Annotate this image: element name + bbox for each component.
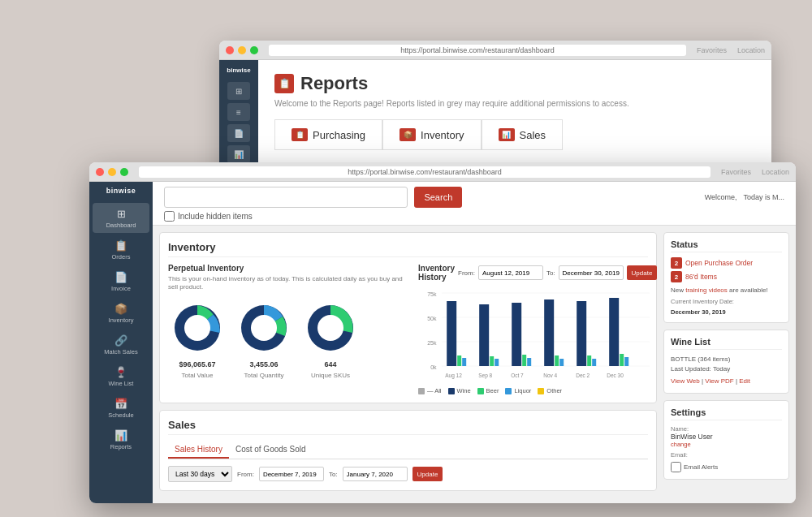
main-left: Inventory Perpetual Inventory This is yo… — [159, 232, 657, 497]
tab-sales-history[interactable]: Sales History — [168, 442, 229, 459]
legend-liquor-dot — [505, 388, 512, 394]
back-sidebar-logo: binwise — [227, 67, 250, 74]
view-web-link[interactable]: View Web — [671, 377, 700, 385]
sidebar-icon-4[interactable]: 📊 — [227, 145, 250, 163]
dashboard-icon: ⊞ — [113, 207, 129, 220]
status-item-86d: 2 86'd Items — [671, 271, 782, 282]
reports-icon: 📊 — [234, 150, 244, 159]
front-favorites-label: Favorites — [721, 168, 751, 176]
close-icon[interactable] — [226, 46, 234, 54]
search-button[interactable]: Search — [414, 187, 462, 208]
tab-sales-label: Sales — [520, 129, 546, 141]
settings-name-label: Name: — [671, 425, 782, 433]
bar-chart-area: 75k 50k 25k 0k — [418, 287, 657, 384]
svg-rect-14 — [447, 301, 456, 366]
svg-rect-23 — [544, 299, 554, 366]
sidebar-icon-1[interactable]: ⊞ — [227, 82, 250, 100]
sales-icon: 📊 — [499, 128, 515, 141]
url-bar[interactable]: https://portal.binwise.com/restaurant/da… — [269, 45, 686, 56]
sidebar-item-dashboard[interactable]: ⊞ Dashboard — [93, 203, 149, 233]
status-badge-po: 2 — [671, 257, 682, 269]
pie-label-2: Total Quantity — [244, 372, 284, 379]
pie-unique-skus: 644 Unique SKUs — [301, 299, 360, 379]
status-text-86d: 86'd Items — [685, 273, 717, 281]
include-hidden-checkbox[interactable] — [164, 211, 175, 222]
sales-from-input[interactable] — [259, 467, 324, 481]
sidebar-item-orders[interactable]: 📋 Orders — [93, 235, 149, 265]
svg-rect-28 — [592, 359, 596, 366]
sidebar-icon-2[interactable]: ≡ — [227, 103, 250, 121]
svg-rect-21 — [522, 355, 526, 366]
svg-text:Aug 12: Aug 12 — [445, 373, 462, 379]
sidebar-item-invoice[interactable]: 📄 Invoice — [93, 266, 149, 296]
maximize-icon[interactable] — [250, 46, 258, 54]
pie-charts: $96,065.67 Total Value — [168, 299, 412, 379]
main-right: Status 2 Open Purchase Order 2 86'd Item… — [663, 232, 789, 497]
sales-to-input[interactable] — [343, 467, 408, 481]
reports-nav-icon: 📊 — [113, 429, 129, 442]
sidebar-label-wine-list: Wine List — [109, 380, 134, 387]
sidebar-icon-3[interactable]: 📄 — [227, 124, 250, 142]
page-title: Reports — [300, 73, 368, 94]
wine-list-info: BOTTLE (364 items) Last Updated: Today V… — [671, 355, 782, 386]
schedule-icon: 📅 — [113, 397, 129, 410]
edit-link[interactable]: Edit — [739, 377, 750, 385]
training-link[interactable]: training videos — [685, 287, 728, 294]
svg-rect-26 — [577, 301, 586, 366]
legend-all-dot — [418, 388, 425, 394]
legend-wine: Wine — [448, 387, 471, 394]
email-alerts-label[interactable]: Email Alerts — [671, 462, 782, 472]
list-icon: ≡ — [236, 108, 241, 117]
svg-point-1 — [184, 315, 210, 341]
svg-rect-22 — [527, 358, 531, 366]
period-select[interactable]: Last 30 days — [168, 466, 232, 482]
front-url-bar[interactable]: https://portal.binwise.com/restaurant/da… — [139, 166, 710, 178]
svg-text:Oct 7: Oct 7 — [511, 373, 524, 378]
sidebar-item-reports[interactable]: 📊 Reports — [93, 424, 149, 455]
tab-inventory[interactable]: 📦 Inventory — [382, 119, 481, 150]
history-update-button[interactable]: Update — [627, 265, 658, 280]
sales-filters: Last 30 days From: To: Update — [168, 466, 648, 482]
email-alerts-text: Email Alerts — [684, 463, 718, 471]
email-alerts-checkbox[interactable] — [671, 462, 681, 472]
sidebar-label-match-sales: Match Sales — [104, 348, 137, 355]
sales-update-button[interactable]: Update — [412, 467, 443, 481]
svg-text:Nov 4: Nov 4 — [543, 373, 557, 378]
status-text-po: Open Purchase Order — [685, 259, 753, 267]
sidebar-label-dashboard: Dashboard — [106, 222, 136, 229]
svg-text:25k: 25k — [427, 340, 437, 346]
perpetual-inventory: Perpetual Inventory This is your on-hand… — [168, 264, 412, 394]
legend-wine-label: Wine — [457, 387, 471, 394]
legend-liquor: Liquor — [505, 387, 531, 394]
settings-panel: Settings Name: BinWise User change Email… — [663, 400, 789, 480]
pie-label-3: Unique SKUs — [311, 372, 350, 379]
view-pdf-link[interactable]: View PDF — [705, 377, 733, 385]
tab-purchasing[interactable]: 📋 Purchasing — [274, 119, 382, 150]
sidebar-item-schedule[interactable]: 📅 Schedule — [93, 393, 149, 423]
front-maximize-icon[interactable] — [120, 168, 128, 176]
tab-sales[interactable]: 📊 Sales — [482, 119, 564, 150]
sidebar-item-match-sales[interactable]: 🔗 Match Sales — [93, 330, 149, 360]
svg-rect-17 — [479, 304, 489, 366]
tab-cogs[interactable]: Cost of Goods Sold — [229, 442, 313, 459]
sales-section: Sales Sales History Cost of Goods Sold L… — [159, 410, 657, 491]
front-url-text: https://portal.binwise.com/restaurant/da… — [348, 168, 502, 176]
from-date-input[interactable] — [478, 265, 543, 280]
include-hidden-label[interactable]: Include hidden items — [164, 211, 784, 222]
to-date-input[interactable] — [559, 265, 624, 280]
sidebar-item-inventory[interactable]: 📦 Inventory — [93, 298, 149, 328]
settings-email-field: Email: — [671, 451, 782, 459]
sidebar-item-wine-list[interactable]: 🍷 Wine List — [93, 361, 149, 391]
sales-from-label: From: — [237, 471, 254, 478]
minimize-icon[interactable] — [238, 46, 246, 54]
settings-name-change[interactable]: change — [671, 441, 782, 448]
search-input[interactable] — [164, 187, 408, 208]
svg-rect-19 — [495, 359, 499, 366]
front-close-icon[interactable] — [96, 168, 104, 176]
inv-hist-header: Inventory History From: To: Update — [418, 264, 657, 282]
svg-rect-29 — [609, 298, 619, 366]
pie-svg-value — [168, 299, 227, 357]
tab-cogs-label: Cost of Goods Sold — [235, 445, 306, 454]
svg-rect-25 — [559, 359, 564, 366]
front-minimize-icon[interactable] — [108, 168, 116, 176]
